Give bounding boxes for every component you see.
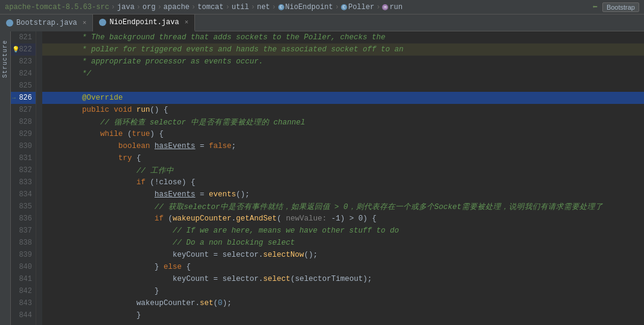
line-number-832: 832 [11,164,36,176]
line-number-text: 843 [19,299,32,307]
code-line-823: * appropriate processor as events occur. [42,56,644,68]
code-line-834: hasEvents = events(); [42,188,644,201]
code-line-833: if (!close) { [42,176,644,188]
code-content-839: keyCount = selector.selectNow(); [173,251,317,259]
code-content-844: } [136,311,141,320]
line-number-824: 824 [11,68,36,80]
fold-cell-821 [36,31,42,43]
line-number-text: 835 [19,202,32,211]
fold-cell-839 [36,249,42,261]
line-numbers-gutter: 821💡822823824825→82682782882983083183283… [11,31,36,325]
line-number-828: 828 [11,116,36,128]
code-line-822: * poller for triggered events and hands … [42,43,644,56]
line-number-833: 833 [11,176,36,188]
navigate-back-icon[interactable]: ⬅ [592,2,597,12]
sep8: › [335,3,339,11]
bulb-gutter-icon: 💡 [12,46,19,53]
tabs-bar: Bootstrap.java × NioEndpoint.java × [0,14,644,31]
breadcrumb-util[interactable]: util [232,3,249,11]
fold-cell-824 [36,68,42,80]
breadcrumb-cls2[interactable]: C Poller [341,2,374,11]
tab-nioendpoint-label: NioEndpoint.java [109,18,179,27]
code-content-826: @Override [82,94,123,102]
code-content-823: * appropriate processor as events occur. [82,57,263,66]
bootstrap-tab-icon [6,19,13,27]
line-number-821: 821 [11,31,36,43]
line-number-text: 823 [19,57,32,66]
breadcrumb-apache[interactable]: apache [164,3,190,11]
tab-bootstrap-label: Bootstrap.java [16,19,77,27]
structure-label[interactable]: Structure [2,40,8,78]
code-line-842: } [42,285,644,297]
line-number-823: 823 [11,56,36,68]
code-line-841: keyCount = selector.select(selectorTimeo… [42,273,644,285]
line-number-835: 835 [11,201,36,213]
code-line-836: if (wakeupCounter.getAndSet( newValue: -… [42,213,644,225]
sep7: › [272,3,276,11]
code-content-835: // 获取selector中是否有事件就结，如果返回值 > 0，则代表存在一个或… [155,202,603,212]
code-content-840: } else { [155,263,191,271]
code-line-843: wakeupCounter.set(0); [42,297,644,309]
line-number-842: 842 [11,285,36,297]
line-number-843: 843 [11,297,36,309]
fold-cell-826 [36,92,42,104]
code-content-833: if (!close) { [136,178,196,187]
line-number-text: 841 [19,275,32,283]
line-number-text: 834 [19,190,32,199]
code-line-844: } [42,309,644,321]
code-line-832: // 工作中 [42,164,644,176]
code-content[interactable]: * The background thread that adds socket… [42,31,644,325]
breadcrumb-bar: apache-tomcat-8.5.63-src › java › org › … [0,0,644,14]
breadcrumb-org[interactable]: org [142,3,156,11]
line-number-834: 834 [11,188,36,201]
fold-cell-830 [36,140,42,152]
fold-cell-834 [36,188,42,201]
tab-bootstrap[interactable]: Bootstrap.java × [0,14,93,31]
breadcrumb-java[interactable]: java [117,3,135,11]
code-content-837: // If we are here, means we have other s… [173,227,399,235]
code-line-839: keyCount = selector.selectNow(); [42,249,644,261]
fold-cell-836 [36,213,42,225]
line-number-text: 840 [19,263,32,271]
line-number-844: 844 [11,309,36,321]
breadcrumb-method[interactable]: m run [382,2,403,11]
gutter-markers [36,31,42,325]
breadcrumb-cls1[interactable]: C NioEndpoint [278,2,333,11]
code-line-827: public void run() { [42,104,644,116]
tab-nioendpoint[interactable]: NioEndpoint.java × [93,14,195,31]
line-number-827: 827 [11,104,36,116]
fold-cell-833 [36,176,42,188]
fold-cell-837 [36,225,42,237]
code-content-834: hasEvents = events(); [155,190,250,199]
sep6: › [251,3,255,11]
code-content-836: if (wakeupCounter.getAndSet( newValue: -… [155,214,377,223]
bootstrap-btn[interactable]: Bootstrap [602,2,639,12]
sep1: › [111,3,115,11]
breadcrumb-project[interactable]: apache-tomcat-8.5.63-src [5,3,109,11]
line-number-837: 837 [11,225,36,237]
line-number-text: 837 [19,227,32,235]
fold-cell-843 [36,297,42,309]
code-line-840: } else { [42,261,644,273]
breadcrumb-tomcat[interactable]: tomcat [197,3,223,11]
line-number-836: 836 [11,213,36,225]
code-line-835: // 获取selector中是否有事件就结，如果返回值 > 0，则代表存在一个或… [42,201,644,213]
tab-bootstrap-close[interactable]: × [83,19,87,27]
line-number-838: 838 [11,237,36,249]
line-number-831: 831 [11,152,36,164]
line-number-text: 824 [19,69,32,78]
line-number-825: 825 [11,80,36,92]
code-content-827: public void run() { [82,106,168,114]
tab-nioendpoint-close[interactable]: × [185,19,189,26]
line-number-841: 841 [11,273,36,285]
line-number-text: 828 [19,118,32,126]
sep5: › [226,3,230,11]
code-content-822: * poller for triggered events and hands … [82,45,404,54]
breadcrumb-net[interactable]: net [257,3,270,11]
fold-cell-844 [36,309,42,321]
line-number-text: 826 [19,94,32,102]
line-number-text: 827 [19,106,32,114]
fold-cell-829 [36,128,42,140]
fold-cell-840 [36,261,42,273]
code-content-841: keyCount = selector.select(selectorTimeo… [173,275,372,283]
